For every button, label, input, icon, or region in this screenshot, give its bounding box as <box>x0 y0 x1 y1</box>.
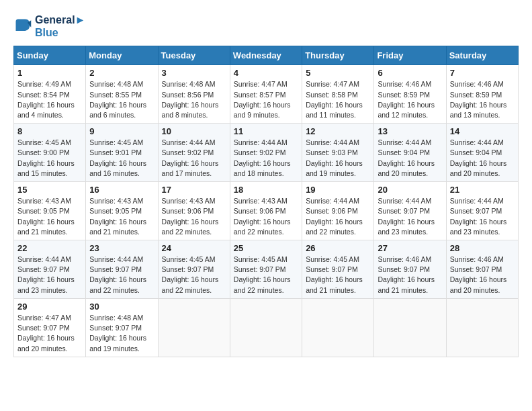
day-number: 13 <box>378 126 442 136</box>
calendar-cell: 19Sunrise: 4:44 AMSunset: 9:06 PMDayligh… <box>302 182 374 240</box>
day-info: Sunrise: 4:45 AMSunset: 9:07 PMDaylight:… <box>234 255 298 295</box>
day-number: 11 <box>234 126 298 136</box>
calendar-week-row: 15Sunrise: 4:43 AMSunset: 9:05 PMDayligh… <box>14 182 519 240</box>
day-info: Sunrise: 4:47 AMSunset: 8:57 PMDaylight:… <box>234 79 298 120</box>
calendar-cell: 3Sunrise: 4:48 AMSunset: 8:56 PMDaylight… <box>158 65 230 124</box>
calendar-cell <box>230 298 302 357</box>
calendar-cell: 26Sunrise: 4:45 AMSunset: 9:07 PMDayligh… <box>302 240 374 299</box>
day-number: 2 <box>89 68 154 78</box>
calendar-cell: 13Sunrise: 4:44 AMSunset: 9:04 PMDayligh… <box>374 124 446 182</box>
calendar-cell: 24Sunrise: 4:45 AMSunset: 9:07 PMDayligh… <box>158 240 230 299</box>
day-number: 27 <box>378 243 442 253</box>
calendar-cell: 8Sunrise: 4:45 AMSunset: 9:00 PMDaylight… <box>14 124 86 182</box>
day-info: Sunrise: 4:44 AMSunset: 9:07 PMDaylight:… <box>17 255 82 295</box>
calendar-header-row: SundayMondayTuesdayWednesdayThursdayFrid… <box>14 46 519 65</box>
day-number: 10 <box>162 126 226 136</box>
column-header-monday: Monday <box>86 46 158 65</box>
day-number: 1 <box>17 68 82 78</box>
day-number: 5 <box>306 68 370 78</box>
column-header-saturday: Saturday <box>446 46 518 65</box>
day-number: 12 <box>306 126 370 136</box>
day-info: Sunrise: 4:49 AMSunset: 8:54 PMDaylight:… <box>17 79 82 120</box>
day-info: Sunrise: 4:45 AMSunset: 9:01 PMDaylight:… <box>89 138 154 179</box>
day-info: Sunrise: 4:45 AMSunset: 9:07 PMDaylight:… <box>306 255 370 295</box>
calendar-cell: 11Sunrise: 4:44 AMSunset: 9:02 PMDayligh… <box>230 124 302 182</box>
day-number: 29 <box>17 302 82 312</box>
day-info: Sunrise: 4:48 AMSunset: 9:07 PMDaylight:… <box>89 313 154 354</box>
day-number: 17 <box>162 185 226 195</box>
day-info: Sunrise: 4:44 AMSunset: 9:06 PMDaylight:… <box>306 196 370 237</box>
day-number: 23 <box>89 243 154 253</box>
calendar-cell <box>446 298 518 357</box>
day-info: Sunrise: 4:48 AMSunset: 8:56 PMDaylight:… <box>162 79 226 120</box>
day-number: 24 <box>162 243 226 253</box>
day-info: Sunrise: 4:46 AMSunset: 8:59 PMDaylight:… <box>450 79 515 120</box>
day-info: Sunrise: 4:46 AMSunset: 9:07 PMDaylight:… <box>450 255 515 295</box>
calendar-cell: 30Sunrise: 4:48 AMSunset: 9:07 PMDayligh… <box>86 298 158 357</box>
logo: General► Blue <box>13 13 85 39</box>
calendar-cell: 18Sunrise: 4:43 AMSunset: 9:06 PMDayligh… <box>230 182 302 240</box>
calendar-cell: 16Sunrise: 4:43 AMSunset: 9:05 PMDayligh… <box>86 182 158 240</box>
calendar-cell: 27Sunrise: 4:46 AMSunset: 9:07 PMDayligh… <box>374 240 446 299</box>
calendar-cell: 10Sunrise: 4:44 AMSunset: 9:02 PMDayligh… <box>158 124 230 182</box>
day-info: Sunrise: 4:45 AMSunset: 9:00 PMDaylight:… <box>17 138 82 179</box>
day-number: 6 <box>378 68 442 78</box>
calendar-week-row: 8Sunrise: 4:45 AMSunset: 9:00 PMDaylight… <box>14 124 519 182</box>
logo-text: General► Blue <box>35 13 85 39</box>
day-number: 19 <box>306 185 370 195</box>
day-info: Sunrise: 4:43 AMSunset: 9:05 PMDaylight:… <box>89 196 154 237</box>
day-number: 21 <box>450 185 515 195</box>
day-info: Sunrise: 4:44 AMSunset: 9:03 PMDaylight:… <box>306 138 370 179</box>
day-info: Sunrise: 4:44 AMSunset: 9:07 PMDaylight:… <box>378 196 442 237</box>
column-header-thursday: Thursday <box>302 46 374 65</box>
day-number: 30 <box>89 302 154 312</box>
column-header-tuesday: Tuesday <box>158 46 230 65</box>
calendar-cell: 5Sunrise: 4:47 AMSunset: 8:58 PMDaylight… <box>302 65 374 124</box>
day-number: 7 <box>450 68 515 78</box>
day-info: Sunrise: 4:44 AMSunset: 9:07 PMDaylight:… <box>89 255 154 295</box>
calendar-cell: 14Sunrise: 4:44 AMSunset: 9:04 PMDayligh… <box>446 124 518 182</box>
calendar-cell: 6Sunrise: 4:46 AMSunset: 8:59 PMDaylight… <box>374 65 446 124</box>
calendar-cell: 21Sunrise: 4:44 AMSunset: 9:07 PMDayligh… <box>446 182 518 240</box>
day-number: 28 <box>450 243 515 253</box>
day-number: 9 <box>89 126 154 136</box>
calendar-cell: 25Sunrise: 4:45 AMSunset: 9:07 PMDayligh… <box>230 240 302 299</box>
page-header: General► Blue <box>13 13 519 39</box>
calendar-cell <box>374 298 446 357</box>
calendar-body: 1Sunrise: 4:49 AMSunset: 8:54 PMDaylight… <box>14 65 519 357</box>
calendar-cell: 12Sunrise: 4:44 AMSunset: 9:03 PMDayligh… <box>302 124 374 182</box>
calendar-cell: 20Sunrise: 4:44 AMSunset: 9:07 PMDayligh… <box>374 182 446 240</box>
logo-icon <box>13 17 32 36</box>
day-number: 16 <box>89 185 154 195</box>
day-info: Sunrise: 4:43 AMSunset: 9:06 PMDaylight:… <box>234 196 298 237</box>
column-header-sunday: Sunday <box>14 46 86 65</box>
day-info: Sunrise: 4:44 AMSunset: 9:07 PMDaylight:… <box>450 196 515 237</box>
column-header-friday: Friday <box>374 46 446 65</box>
column-header-wednesday: Wednesday <box>230 46 302 65</box>
calendar-cell <box>302 298 374 357</box>
calendar-cell: 29Sunrise: 4:47 AMSunset: 9:07 PMDayligh… <box>14 298 86 357</box>
day-number: 20 <box>378 185 442 195</box>
day-number: 8 <box>17 126 82 136</box>
calendar-cell: 28Sunrise: 4:46 AMSunset: 9:07 PMDayligh… <box>446 240 518 299</box>
calendar-cell: 2Sunrise: 4:48 AMSunset: 8:55 PMDaylight… <box>86 65 158 124</box>
day-number: 4 <box>234 68 298 78</box>
day-number: 25 <box>234 243 298 253</box>
calendar-table: SundayMondayTuesdayWednesdayThursdayFrid… <box>13 46 519 357</box>
day-info: Sunrise: 4:47 AMSunset: 9:07 PMDaylight:… <box>17 313 82 354</box>
calendar-cell: 1Sunrise: 4:49 AMSunset: 8:54 PMDaylight… <box>14 65 86 124</box>
calendar-cell: 17Sunrise: 4:43 AMSunset: 9:06 PMDayligh… <box>158 182 230 240</box>
calendar-week-row: 22Sunrise: 4:44 AMSunset: 9:07 PMDayligh… <box>14 240 519 299</box>
calendar-cell: 22Sunrise: 4:44 AMSunset: 9:07 PMDayligh… <box>14 240 86 299</box>
day-number: 14 <box>450 126 515 136</box>
day-info: Sunrise: 4:46 AMSunset: 8:59 PMDaylight:… <box>378 79 442 120</box>
day-info: Sunrise: 4:48 AMSunset: 8:55 PMDaylight:… <box>89 79 154 120</box>
calendar-cell: 15Sunrise: 4:43 AMSunset: 9:05 PMDayligh… <box>14 182 86 240</box>
day-info: Sunrise: 4:47 AMSunset: 8:58 PMDaylight:… <box>306 79 370 120</box>
calendar-cell: 9Sunrise: 4:45 AMSunset: 9:01 PMDaylight… <box>86 124 158 182</box>
calendar-cell: 4Sunrise: 4:47 AMSunset: 8:57 PMDaylight… <box>230 65 302 124</box>
day-number: 26 <box>306 243 370 253</box>
day-info: Sunrise: 4:44 AMSunset: 9:04 PMDaylight:… <box>378 138 442 179</box>
day-info: Sunrise: 4:45 AMSunset: 9:07 PMDaylight:… <box>162 255 226 295</box>
calendar-cell: 23Sunrise: 4:44 AMSunset: 9:07 PMDayligh… <box>86 240 158 299</box>
